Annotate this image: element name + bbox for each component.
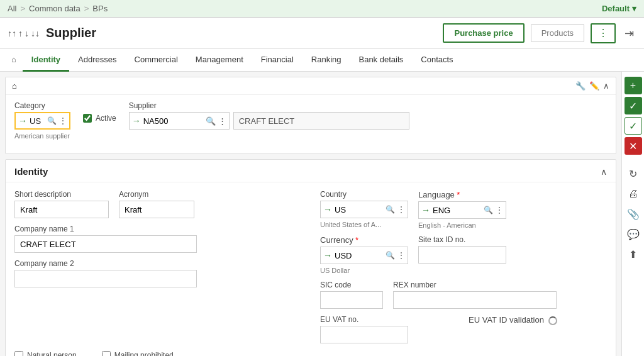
sic-input[interactable] — [320, 291, 383, 309]
supplier-arrow-icon: → — [132, 116, 141, 126]
country-search-icon[interactable]: 🔍 — [386, 205, 395, 214]
tab-identity[interactable]: Identity — [23, 49, 69, 72]
exit-button[interactable]: ⇥ — [622, 24, 636, 43]
currency-value: USD — [335, 251, 383, 260]
language-search-icon[interactable]: 🔍 — [484, 206, 493, 214]
category-arrow-icon: → — [18, 116, 27, 126]
supplier-name-field — [233, 112, 409, 130]
identity-card: Identity ∧ Short description Acronym — [5, 159, 616, 356]
tab-home[interactable]: ⌂ — [5, 49, 23, 72]
acronym-label: Acronym — [119, 190, 194, 199]
company2-input[interactable] — [14, 270, 197, 287]
category-value: US — [30, 116, 45, 126]
purchase-price-button[interactable]: Purchase price — [443, 23, 524, 43]
currency-field[interactable]: → USD 🔍 ⋮ — [320, 247, 408, 264]
breadcrumb-bps[interactable]: BPs — [92, 4, 108, 13]
language-value: ENG — [433, 206, 481, 215]
company1-group: Company name 1 — [14, 225, 301, 253]
short-desc-input[interactable] — [14, 201, 109, 218]
language-arrow-icon: → — [421, 205, 430, 215]
currency-label: Currency * — [320, 235, 408, 245]
natural-person-checkbox[interactable] — [14, 351, 23, 356]
bottom-checkboxes: Natural person Mailing prohibited — [14, 351, 607, 356]
message-button[interactable]: 💬 — [625, 225, 642, 243]
language-more-icon[interactable]: ⋮ — [496, 206, 503, 214]
rex-group: REX number — [393, 281, 557, 309]
category-label: Category — [14, 101, 70, 110]
country-hint: United States of A... — [320, 221, 408, 228]
language-label: Language * — [418, 190, 506, 199]
nav-last-icon[interactable]: ↓↓ — [31, 28, 40, 38]
add-button[interactable]: + — [625, 77, 642, 94]
language-field[interactable]: → ENG 🔍 ⋮ — [418, 201, 506, 219]
breadcrumb-common-data[interactable]: Common data — [29, 4, 80, 13]
supplier-value: NA500 — [143, 116, 203, 126]
category-search-icon[interactable]: 🔍 — [47, 116, 57, 125]
top-nav: All > Common data > BPs Default ▾ — [0, 0, 644, 18]
wrench-icon[interactable]: 🔧 — [575, 81, 586, 91]
country-label: Country — [320, 190, 408, 199]
country-field[interactable]: → US 🔍 ⋮ — [320, 201, 408, 218]
confirm-button[interactable]: ✓ — [625, 97, 642, 114]
category-row: Category → US 🔍 ⋮ American supplier Acti… — [14, 101, 607, 140]
rex-label: REX number — [393, 281, 557, 289]
supplier-more-icon[interactable]: ⋮ — [218, 116, 226, 126]
country-arrow-icon: → — [323, 204, 332, 214]
tab-addresses[interactable]: Addresses — [69, 49, 125, 72]
refresh-icon — [548, 316, 557, 325]
country-more-icon[interactable]: ⋮ — [397, 205, 405, 214]
short-desc-acronym-row: Short description Acronym — [14, 190, 301, 218]
active-group: Active — [83, 114, 116, 123]
attach-button[interactable]: 📎 — [625, 205, 642, 223]
country-language-row: Country → US 🔍 ⋮ United States of A... — [320, 190, 607, 229]
currency-more-icon[interactable]: ⋮ — [397, 251, 405, 260]
refresh-button[interactable]: ↻ — [625, 165, 642, 182]
mailing-prohibited-checkbox[interactable] — [102, 351, 111, 356]
breadcrumb-sep2: > — [84, 4, 89, 13]
dropdown-arrow-icon: ▾ — [632, 4, 636, 13]
products-button[interactable]: Products — [531, 24, 584, 42]
sic-rex-row: SIC code REX number — [320, 281, 607, 309]
default-label: Default — [602, 4, 630, 13]
category-more-icon[interactable]: ⋮ — [59, 116, 67, 125]
tab-contacts[interactable]: Contacts — [412, 49, 462, 72]
identity-collapse-icon[interactable]: ∧ — [601, 167, 607, 177]
default-dropdown[interactable]: Default ▾ — [602, 4, 636, 13]
nav-up-icon[interactable]: ↑ — [18, 28, 23, 38]
print-button[interactable]: 🖨 — [625, 185, 642, 203]
category-group: Category → US 🔍 ⋮ American supplier — [14, 101, 70, 140]
category-field[interactable]: → US 🔍 ⋮ — [14, 112, 70, 130]
eu-vat-input[interactable] — [320, 326, 408, 343]
tab-bank-details[interactable]: Bank details — [350, 49, 412, 72]
collapse-icon[interactable]: ∧ — [603, 81, 609, 91]
cancel-button[interactable]: ✕ — [625, 137, 642, 155]
mailing-prohibited-group: Mailing prohibited — [102, 351, 174, 356]
currency-search-icon[interactable]: 🔍 — [386, 251, 395, 260]
eu-vat-label: EU VAT no. — [320, 315, 458, 324]
nav-first-icon[interactable]: ↑↑ — [8, 28, 16, 38]
tab-commercial[interactable]: Commercial — [126, 49, 187, 72]
breadcrumb-all[interactable]: All — [8, 4, 16, 13]
breadcrumb-sep1: > — [20, 4, 25, 13]
tab-management[interactable]: Management — [187, 49, 252, 72]
card-home-icon[interactable]: ⌂ — [12, 81, 17, 91]
tab-ranking[interactable]: Ranking — [303, 49, 350, 72]
natural-person-label: Natural person — [27, 351, 77, 356]
eu-vat-validation-label: EU VAT ID validation — [469, 315, 607, 325]
nav-down-icon[interactable]: ↓ — [25, 28, 29, 38]
header-bar: ↑↑ ↑ ↓ ↓↓ Supplier Purchase price Produc… — [0, 18, 644, 49]
sic-label: SIC code — [320, 281, 383, 289]
eu-vat-group: EU VAT no. — [320, 315, 458, 343]
rex-input[interactable] — [393, 291, 557, 309]
acronym-input[interactable] — [119, 201, 194, 218]
upload-button[interactable]: ⬆ — [625, 245, 642, 263]
supplier-search-icon[interactable]: 🔍 — [206, 116, 216, 126]
more-options-button[interactable]: ⋮ — [591, 23, 616, 43]
check-outline-button[interactable]: ✓ — [625, 117, 642, 135]
supplier-ref-field[interactable]: → NA500 🔍 ⋮ — [129, 112, 230, 130]
tab-financial[interactable]: Financial — [252, 49, 303, 72]
site-tax-input[interactable] — [418, 246, 506, 264]
pencil-icon[interactable]: ✏️ — [589, 81, 599, 91]
active-checkbox[interactable] — [83, 114, 92, 123]
company1-input[interactable] — [14, 235, 197, 253]
